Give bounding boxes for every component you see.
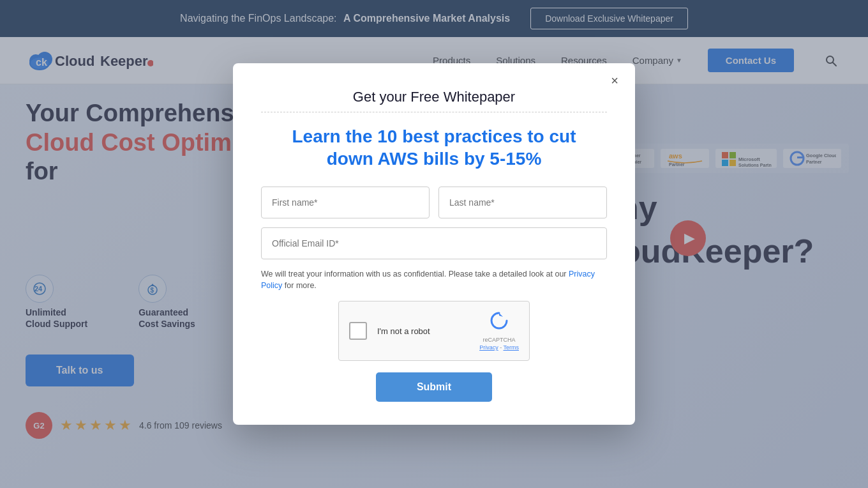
recaptcha-label: I'm not a robot (377, 326, 430, 336)
email-input[interactable] (261, 227, 607, 259)
submit-button[interactable]: Submit (376, 372, 492, 402)
name-fields-row (261, 187, 607, 218)
modal-headline: Learn the 10 best practices to cutdown A… (261, 125, 607, 170)
modal-overlay: × Get your Free Whitepaper Learn the 10 … (0, 0, 868, 488)
recaptcha-widget[interactable]: I'm not a robot reCAPTCHAPrivacy - Terms (338, 301, 530, 361)
privacy-notice: We will treat your information with us a… (261, 268, 607, 293)
modal-close-button[interactable]: × (606, 72, 624, 90)
last-name-input[interactable] (438, 187, 607, 218)
recaptcha-logo (489, 310, 509, 335)
first-name-input[interactable] (261, 187, 430, 218)
recaptcha-branding: reCAPTCHAPrivacy - Terms (479, 310, 519, 351)
recaptcha-checkbox[interactable] (349, 322, 367, 340)
modal-dialog: × Get your Free Whitepaper Learn the 10 … (233, 63, 635, 425)
recaptcha-sub: reCAPTCHAPrivacy - Terms (479, 337, 519, 351)
modal-title: Get your Free Whitepaper (261, 89, 607, 112)
